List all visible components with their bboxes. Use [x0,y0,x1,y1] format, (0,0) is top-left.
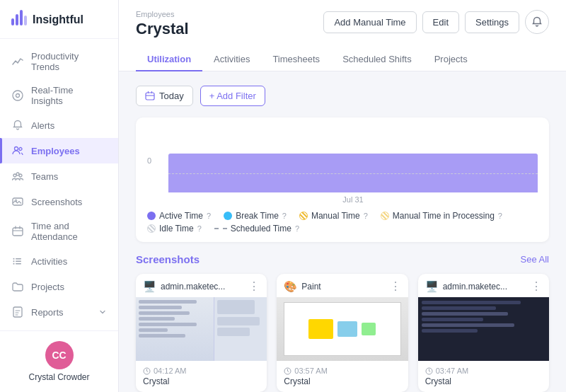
sidebar-item-teams[interactable]: Teams [0,163,118,189]
clock-icon-1 [284,367,291,375]
sidebar-item-insights[interactable]: Real-Time Insights [0,79,118,113]
screenshot-card-2: 🖥️ admin.maketec... ⋮ [418,274,549,392]
sc-menu-0[interactable]: ⋮ [248,279,260,293]
sc-thumb-2 [418,297,549,361]
sc-employee-0: Crystal [143,376,260,386]
page-identity: Employees Crystal [136,10,189,38]
manual-processing-dot [381,212,389,220]
svg-rect-13 [13,228,23,236]
add-filter-button[interactable]: + Add Filter [200,86,265,106]
tab-projects[interactable]: Projects [423,48,479,71]
help-icon-scheduled[interactable]: ? [295,224,299,233]
chart-bars [168,154,538,192]
help-icon-active[interactable]: ? [207,212,211,220]
svg-rect-16 [16,263,21,265]
avatar[interactable]: CC [45,341,74,369]
bell-icon [11,119,24,132]
sidebar-label-time: Time and Attendance [31,221,107,242]
legend-idle: Idle Time ? [147,224,202,234]
sidebar-item-activities[interactable]: Activities [0,248,118,274]
help-icon-manual[interactable]: ? [364,212,368,220]
legend-scheduled: Scheduled Time ? [214,224,299,234]
nav-menu: Productivity Trends Real-Time Insights A… [0,39,118,330]
legend-manual-label: Manual Time [311,211,360,221]
tab-bar: Utilization Activities Timesheets Schedu… [136,48,549,71]
bell-icon [531,16,543,28]
add-manual-time-button[interactable]: Add Manual Time [323,11,416,33]
today-filter-button[interactable]: Today [136,86,193,106]
app-name: Insightful [33,13,83,26]
svg-point-18 [13,260,15,262]
sidebar-item-screenshots[interactable]: Screenshots [0,189,118,214]
today-label: Today [159,91,184,101]
svg-point-17 [13,258,15,260]
logo-icon [11,10,27,30]
sidebar-item-productivity[interactable]: Productivity Trends [0,45,118,79]
sidebar-label-alerts: Alerts [31,120,54,131]
sidebar-item-projects[interactable]: Projects [0,274,118,299]
tab-utilization[interactable]: Utilization [136,48,202,71]
svg-point-7 [19,148,22,151]
sidebar-label-employees: Employees [31,146,80,156]
sc-app-icon-0: 🖥️ [143,280,156,293]
calendar-icon [145,91,155,101]
chart-area: 0 [147,129,538,192]
page-header: Employees Crystal Add Manual Time Edit S… [119,0,566,71]
screenshot-grid: 🖥️ admin.maketec... ⋮ [136,274,549,392]
help-icon-idle[interactable]: ? [197,224,202,233]
image-icon [11,195,24,208]
see-all-button[interactable]: See All [521,254,549,265]
svg-rect-22 [146,93,154,100]
legend-manual-processing-label: Manual Time in Processing [393,211,495,221]
legend-active: Active Time ? [147,211,211,221]
sc-footer-0: 04:12 AM Crystal [136,361,267,392]
help-icon-manual-processing[interactable]: ? [498,212,502,220]
sc-thumb-0 [136,297,267,361]
edit-button[interactable]: Edit [422,11,459,33]
sc-header-0: 🖥️ admin.maketec... ⋮ [136,274,267,297]
sidebar-item-employees[interactable]: Employees [0,138,118,163]
tab-scheduled[interactable]: Scheduled Shifts [331,48,423,71]
sc-app-info-2: 🖥️ admin.maketec... [425,280,507,293]
sc-employee-2: Crystal [425,376,542,386]
sidebar-label-projects: Projects [31,282,64,292]
clock-icon-0 [143,367,151,375]
content-area: Today + Add Filter 0 Jul 31 Active Time [119,71,566,392]
breadcrumb: Employees [136,10,189,18]
sc-app-icon-1: 🎨 [284,280,297,293]
sc-menu-2[interactable]: ⋮ [531,279,542,293]
svg-point-19 [13,263,15,265]
report-icon [11,306,24,318]
sidebar-label-insights: Real-Time Insights [31,85,107,106]
dashed-line [168,173,538,174]
utilization-chart: 0 Jul 31 Active Time ? Break Time ? [136,117,549,242]
settings-button[interactable]: Settings [465,11,519,33]
sidebar-item-reports[interactable]: Reports [0,299,118,325]
tab-timesheets[interactable]: Timesheets [261,48,331,71]
sidebar-item-time[interactable]: Time and Attendance [0,214,118,248]
legend-scheduled-label: Scheduled Time [231,224,291,234]
sc-header-2: 🖥️ admin.maketec... ⋮ [418,274,549,297]
chart-y-label: 0 [147,156,151,165]
manual-dot [299,212,308,220]
chevron-down-icon [98,308,107,316]
notification-button[interactable] [525,10,549,34]
team-icon [11,170,24,183]
sidebar-label-activities: Activities [31,256,67,267]
sc-app-name-1: Paint [301,282,320,292]
users-icon [11,144,24,157]
header-actions: Add Manual Time Edit Settings [323,10,549,34]
sidebar-item-settings[interactable]: Settings [0,325,118,330]
help-icon-break[interactable]: ? [282,212,287,220]
user-footer: CC Crystal Crowder [0,330,118,392]
sidebar-label-teams: Teams [31,171,58,182]
svg-rect-8 [13,174,16,177]
tab-activities[interactable]: Activities [202,48,261,71]
screenshots-header: Screenshots See All [136,253,549,265]
sc-time-0: 04:12 AM [143,367,260,375]
filter-bar: Today + Add Filter [136,86,549,106]
sidebar-item-alerts[interactable]: Alerts [0,113,118,138]
sidebar: Insightful Productivity Trends Real-Time… [0,0,119,392]
sc-menu-1[interactable]: ⋮ [390,279,401,293]
sc-app-icon-2: 🖥️ [425,280,439,293]
